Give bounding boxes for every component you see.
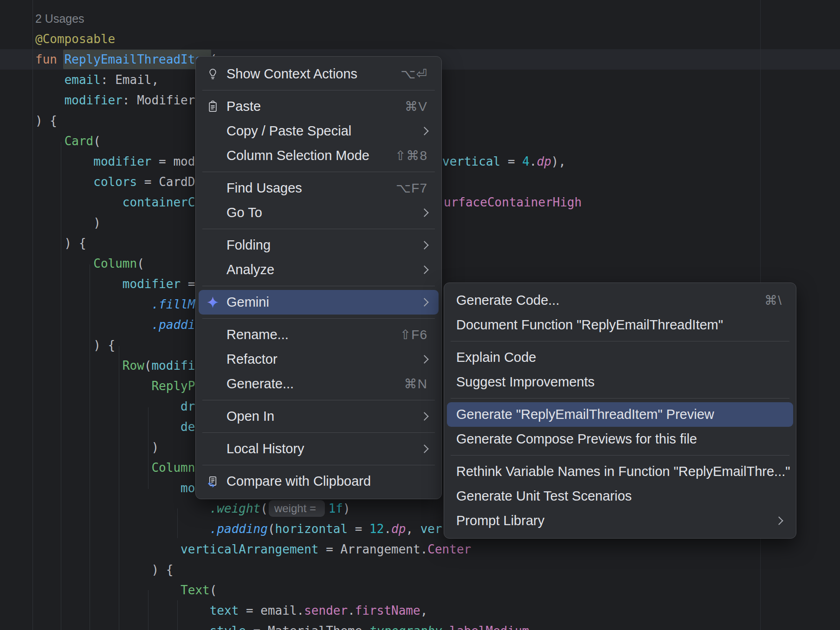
code-token: .: [384, 522, 391, 536]
code-token: [35, 481, 181, 495]
menu-item-find-usages[interactable]: Find Usages⌥F7: [199, 176, 439, 200]
icon-spacer: [206, 378, 219, 391]
menu-item-rethink-variable-names-in-function-reply[interactable]: Rethink Variable Names in Function "Repl…: [447, 459, 793, 484]
menu-item-label: Generate "ReplyEmailThreadItem" Preview: [456, 407, 714, 422]
menu-item-generate-code[interactable]: Generate Code...⌘\: [447, 288, 793, 313]
menu-item-generate-compose-previews-for-this-file[interactable]: Generate Compose Previews for this file: [447, 427, 793, 451]
code-token: 4: [522, 154, 530, 168]
menu-item-shortcut: ⌘N: [404, 376, 427, 392]
menu-item-shortcut: ⌘\: [764, 293, 782, 308]
code-token: (: [260, 501, 268, 515]
menu-item-generate-unit-test-scenarios[interactable]: Generate Unit Test Scenarios: [447, 484, 793, 508]
menu-item-label: Show Context Actions: [226, 66, 357, 82]
menu-item-column-selection-mode[interactable]: Column Selection Mode⇧⌘8: [199, 143, 439, 168]
code-token: [35, 277, 123, 291]
menu-item-label: Go To: [226, 205, 262, 220]
menu-item-explain-code[interactable]: Explain Code: [447, 345, 793, 370]
gemini-icon: [206, 296, 219, 309]
menu-item-copy-paste-special[interactable]: Copy / Paste Special: [199, 119, 439, 143]
menu-item-label: Analyze: [226, 262, 274, 277]
code-line: Text(: [35, 580, 217, 600]
menu-item-label: Prompt Library: [456, 513, 544, 528]
code-token: urfaceContainerHigh: [444, 195, 582, 209]
menu-separator: [202, 465, 435, 465]
code-token: ) {: [35, 236, 86, 250]
code-line: Column(: [35, 457, 202, 478]
code-token: ): [35, 216, 101, 230]
code-line: ) {: [35, 233, 86, 253]
code-token: MaterialTheme.: [268, 624, 369, 630]
menu-item-paste[interactable]: Paste⌘V: [199, 94, 439, 119]
code-token: =: [246, 624, 268, 630]
menu-item-compare-with-clipboard[interactable]: Compare with Clipboard: [199, 469, 439, 494]
menu-item-label: Compare with Clipboard: [226, 474, 371, 489]
code-line: @Composable: [35, 29, 115, 49]
menu-item-prompt-library[interactable]: Prompt Library: [447, 508, 793, 533]
code-token: email: [65, 73, 101, 87]
code-token: modifier: [93, 154, 151, 168]
code-token: modifier: [65, 93, 123, 107]
code-token: [35, 154, 93, 168]
menu-item-local-history[interactable]: Local History: [199, 437, 439, 461]
code-token: =: [500, 154, 522, 168]
menu-item-show-context-actions[interactable]: Show Context Actions⌥⏎: [199, 62, 439, 86]
code-token: [35, 461, 151, 475]
code-token: Arrangement.: [340, 542, 427, 556]
code-token: ): [35, 440, 159, 454]
code-token: ): [343, 501, 350, 515]
menu-item-rename[interactable]: Rename...⇧F6: [199, 322, 439, 347]
menu-item-folding[interactable]: Folding: [199, 233, 439, 257]
code-token: ) {: [35, 563, 173, 577]
code-token: labelMedium: [449, 624, 529, 630]
code-line: ) {: [35, 559, 173, 580]
menu-item-analyze[interactable]: Analyze: [199, 257, 439, 282]
menu-item-go-to[interactable]: Go To: [199, 200, 439, 225]
code-token: =: [137, 175, 159, 189]
code-token: =: [151, 154, 173, 168]
menu-item-document-function-replyemailthreaditem[interactable]: Document Function "ReplyEmailThreadItem": [447, 313, 793, 337]
menu-separator: [202, 90, 435, 90]
code-token: [35, 522, 210, 536]
code-token: [35, 399, 181, 413]
code-token: (: [268, 522, 275, 536]
code-token: [35, 583, 181, 597]
code-token: verticalArrangement: [181, 542, 318, 556]
icon-spacer: [206, 206, 219, 219]
code-token: Center: [427, 542, 471, 556]
menu-separator: [451, 341, 789, 341]
code-token: [35, 257, 93, 270]
menu-item-generate[interactable]: Generate...⌘N: [199, 372, 439, 396]
menu-item-refactor[interactable]: Refactor: [199, 347, 439, 372]
code-token: [35, 175, 93, 189]
code-token: .: [442, 624, 450, 630]
menu-item-generate-replyemailthreaditem-preview[interactable]: Generate "ReplyEmailThreadItem" Preview: [447, 402, 793, 427]
menu-item-label: Rethink Variable Names in Function "Repl…: [456, 464, 790, 479]
menu-item-label: Generate Unit Test Scenarios: [456, 489, 632, 504]
code-line: .weight(weight = 1f): [35, 498, 350, 519]
code-token: [35, 359, 123, 373]
code-token: =: [319, 542, 341, 556]
code-token: typography: [369, 624, 442, 630]
code-token: =: [348, 522, 369, 536]
submenu-arrow-icon: [420, 265, 428, 274]
editor-context-menu: Show Context Actions⌥⏎Paste⌘VCopy / Past…: [195, 56, 442, 499]
code-token: .: [530, 154, 537, 168]
menu-item-open-in[interactable]: Open In: [199, 404, 439, 429]
menu-item-label: Paste: [226, 99, 261, 114]
menu-item-suggest-improvements[interactable]: Suggest Improvements: [447, 370, 793, 394]
code-token: [35, 297, 151, 311]
code-token: =: [239, 604, 260, 617]
code-token: [35, 501, 210, 515]
icon-spacer: [206, 410, 219, 423]
code-token: dp: [537, 154, 551, 168]
ide-editor-screen: 2 Usages@Composablefun ReplyEmailThreadI…: [0, 0, 840, 630]
menu-item-label: Refactor: [226, 352, 278, 367]
code-line: style = MaterialTheme.typography.labelMe…: [35, 621, 529, 630]
code-token: firstName: [355, 604, 420, 617]
menu-item-label: Rename...: [226, 327, 289, 342]
menu-item-label: Folding: [226, 238, 271, 253]
menu-item-gemini[interactable]: Gemini: [199, 290, 439, 315]
code-line: Card(: [35, 131, 101, 151]
code-token: ,: [420, 604, 428, 617]
code-token: [35, 318, 151, 332]
